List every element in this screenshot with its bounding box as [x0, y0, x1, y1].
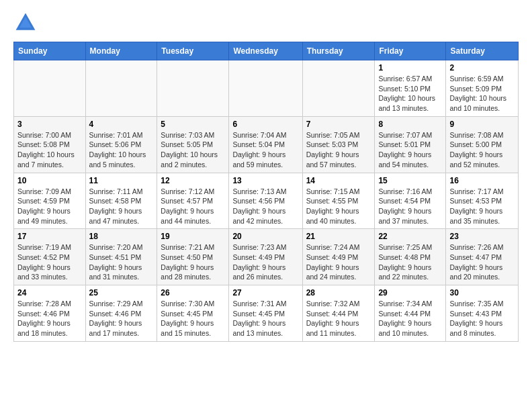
day-info: Sunrise: 7:21 AM Sunset: 4:50 PM Dayligh…: [161, 242, 225, 282]
day-info: Sunrise: 6:59 AM Sunset: 5:09 PM Dayligh…: [449, 74, 515, 113]
day-number: 1: [378, 63, 442, 73]
calendar-cell: 12Sunrise: 7:12 AM Sunset: 4:57 PM Dayli…: [157, 173, 229, 229]
day-number: 30: [449, 288, 515, 298]
day-number: 19: [161, 232, 225, 241]
day-info: Sunrise: 7:23 AM Sunset: 4:49 PM Dayligh…: [232, 242, 298, 282]
weekday-header-saturday: Saturday: [446, 42, 519, 60]
calendar-table: SundayMondayTuesdayWednesdayThursdayFrid…: [13, 42, 519, 342]
day-number: 8: [378, 120, 442, 129]
day-number: 10: [17, 176, 82, 185]
day-info: Sunrise: 6:57 AM Sunset: 5:10 PM Dayligh…: [378, 74, 442, 113]
day-number: 28: [306, 288, 371, 298]
calendar-cell: 27Sunrise: 7:31 AM Sunset: 4:45 PM Dayli…: [229, 285, 302, 342]
day-info: Sunrise: 7:12 AM Sunset: 4:57 PM Dayligh…: [161, 187, 225, 226]
day-number: 5: [161, 120, 225, 129]
calendar-cell: 15Sunrise: 7:16 AM Sunset: 4:54 PM Dayli…: [375, 173, 446, 229]
weekday-header-thursday: Thursday: [302, 42, 375, 60]
day-number: 26: [161, 288, 225, 298]
day-info: Sunrise: 7:28 AM Sunset: 4:46 PM Dayligh…: [17, 299, 82, 338]
calendar-cell: 16Sunrise: 7:17 AM Sunset: 4:53 PM Dayli…: [446, 173, 519, 229]
calendar-cell: 23Sunrise: 7:26 AM Sunset: 4:47 PM Dayli…: [446, 229, 519, 285]
day-info: Sunrise: 7:16 AM Sunset: 4:54 PM Dayligh…: [378, 187, 442, 226]
logo: [13, 11, 40, 35]
calendar-cell: 21Sunrise: 7:24 AM Sunset: 4:49 PM Dayli…: [302, 229, 375, 285]
calendar-cell: 14Sunrise: 7:15 AM Sunset: 4:55 PM Dayli…: [302, 173, 375, 229]
calendar-week-2: 3Sunrise: 7:00 AM Sunset: 5:08 PM Daylig…: [14, 116, 519, 173]
day-number: 13: [232, 176, 298, 185]
day-info: Sunrise: 7:25 AM Sunset: 4:48 PM Dayligh…: [378, 242, 442, 282]
day-info: Sunrise: 7:17 AM Sunset: 4:53 PM Dayligh…: [449, 187, 515, 226]
weekday-header-wednesday: Wednesday: [229, 42, 302, 60]
calendar-cell: 22Sunrise: 7:25 AM Sunset: 4:48 PM Dayli…: [375, 229, 446, 285]
day-number: 21: [306, 232, 371, 241]
day-number: 18: [89, 232, 154, 241]
day-info: Sunrise: 7:29 AM Sunset: 4:46 PM Dayligh…: [89, 299, 154, 338]
calendar-cell: 26Sunrise: 7:30 AM Sunset: 4:45 PM Dayli…: [157, 285, 229, 342]
calendar-cell: 19Sunrise: 7:21 AM Sunset: 4:50 PM Dayli…: [157, 229, 229, 285]
day-info: Sunrise: 7:20 AM Sunset: 4:51 PM Dayligh…: [89, 242, 154, 282]
day-number: 15: [378, 176, 442, 185]
day-info: Sunrise: 7:01 AM Sunset: 5:06 PM Dayligh…: [89, 130, 154, 170]
calendar-cell: 2Sunrise: 6:59 AM Sunset: 5:09 PM Daylig…: [446, 60, 519, 117]
day-number: 22: [378, 232, 442, 241]
day-number: 2: [449, 63, 515, 73]
day-number: 14: [306, 176, 371, 185]
calendar-week-4: 17Sunrise: 7:19 AM Sunset: 4:52 PM Dayli…: [14, 229, 519, 285]
calendar-cell: [85, 60, 157, 117]
calendar-cell: 29Sunrise: 7:34 AM Sunset: 4:44 PM Dayli…: [375, 285, 446, 342]
calendar-cell: [302, 60, 375, 117]
day-info: Sunrise: 7:07 AM Sunset: 5:01 PM Dayligh…: [378, 130, 442, 170]
calendar-cell: 20Sunrise: 7:23 AM Sunset: 4:49 PM Dayli…: [229, 229, 302, 285]
calendar-cell: [229, 60, 302, 117]
day-number: 27: [232, 288, 298, 298]
day-number: 23: [449, 232, 515, 241]
day-info: Sunrise: 7:08 AM Sunset: 5:00 PM Dayligh…: [449, 130, 515, 170]
day-info: Sunrise: 7:09 AM Sunset: 4:59 PM Dayligh…: [17, 187, 82, 226]
day-info: Sunrise: 7:35 AM Sunset: 4:43 PM Dayligh…: [449, 299, 515, 338]
day-info: Sunrise: 7:32 AM Sunset: 4:44 PM Dayligh…: [306, 299, 371, 338]
day-info: Sunrise: 7:00 AM Sunset: 5:08 PM Dayligh…: [17, 130, 82, 170]
day-number: 25: [89, 288, 154, 298]
header: [13, 11, 519, 35]
calendar-cell: 11Sunrise: 7:11 AM Sunset: 4:58 PM Dayli…: [85, 173, 157, 229]
calendar-cell: [157, 60, 229, 117]
calendar-cell: 6Sunrise: 7:04 AM Sunset: 5:04 PM Daylig…: [229, 116, 302, 173]
day-info: Sunrise: 7:34 AM Sunset: 4:44 PM Dayligh…: [378, 299, 442, 338]
day-number: 3: [17, 120, 82, 129]
day-number: 9: [449, 120, 515, 129]
day-number: 12: [161, 176, 225, 185]
day-info: Sunrise: 7:26 AM Sunset: 4:47 PM Dayligh…: [449, 242, 515, 282]
calendar-cell: [14, 60, 86, 117]
weekday-header-tuesday: Tuesday: [157, 42, 229, 60]
day-number: 7: [306, 120, 371, 129]
calendar-cell: 17Sunrise: 7:19 AM Sunset: 4:52 PM Dayli…: [14, 229, 86, 285]
calendar-week-3: 10Sunrise: 7:09 AM Sunset: 4:59 PM Dayli…: [14, 173, 519, 229]
calendar-cell: 18Sunrise: 7:20 AM Sunset: 4:51 PM Dayli…: [85, 229, 157, 285]
day-number: 16: [449, 176, 515, 185]
weekday-header-friday: Friday: [375, 42, 446, 60]
calendar-cell: 3Sunrise: 7:00 AM Sunset: 5:08 PM Daylig…: [14, 116, 86, 173]
calendar-cell: 25Sunrise: 7:29 AM Sunset: 4:46 PM Dayli…: [85, 285, 157, 342]
logo-icon: [13, 11, 38, 35]
day-info: Sunrise: 7:15 AM Sunset: 4:55 PM Dayligh…: [306, 187, 371, 226]
weekday-header-sunday: Sunday: [14, 42, 86, 60]
calendar-cell: 4Sunrise: 7:01 AM Sunset: 5:06 PM Daylig…: [85, 116, 157, 173]
calendar-week-1: 1Sunrise: 6:57 AM Sunset: 5:10 PM Daylig…: [14, 60, 519, 117]
day-number: 6: [232, 120, 298, 129]
calendar-cell: 7Sunrise: 7:05 AM Sunset: 5:03 PM Daylig…: [302, 116, 375, 173]
day-info: Sunrise: 7:13 AM Sunset: 4:56 PM Dayligh…: [232, 187, 298, 226]
calendar-cell: 9Sunrise: 7:08 AM Sunset: 5:00 PM Daylig…: [446, 116, 519, 173]
calendar-cell: 30Sunrise: 7:35 AM Sunset: 4:43 PM Dayli…: [446, 285, 519, 342]
page: SundayMondayTuesdayWednesdayThursdayFrid…: [0, 0, 532, 349]
calendar-cell: 13Sunrise: 7:13 AM Sunset: 4:56 PM Dayli…: [229, 173, 302, 229]
day-number: 11: [89, 176, 154, 185]
calendar-cell: 1Sunrise: 6:57 AM Sunset: 5:10 PM Daylig…: [375, 60, 446, 117]
day-info: Sunrise: 7:05 AM Sunset: 5:03 PM Dayligh…: [306, 130, 371, 170]
day-info: Sunrise: 7:04 AM Sunset: 5:04 PM Dayligh…: [232, 130, 298, 170]
day-info: Sunrise: 7:19 AM Sunset: 4:52 PM Dayligh…: [17, 242, 82, 282]
day-info: Sunrise: 7:31 AM Sunset: 4:45 PM Dayligh…: [232, 299, 298, 338]
day-info: Sunrise: 7:03 AM Sunset: 5:05 PM Dayligh…: [161, 130, 225, 170]
calendar-cell: 5Sunrise: 7:03 AM Sunset: 5:05 PM Daylig…: [157, 116, 229, 173]
calendar-cell: 10Sunrise: 7:09 AM Sunset: 4:59 PM Dayli…: [14, 173, 86, 229]
day-number: 20: [232, 232, 298, 241]
